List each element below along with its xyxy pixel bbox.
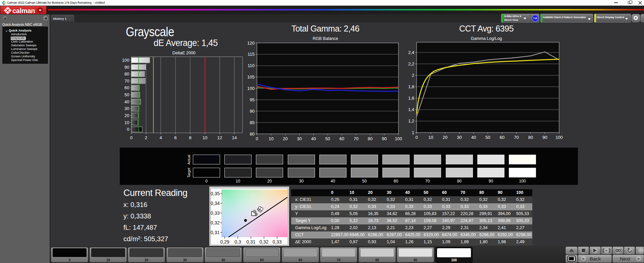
svg-text:90: 90 (382, 136, 387, 141)
svg-text:50: 50 (124, 92, 129, 97)
svg-text:1: 1 (412, 130, 414, 135)
svg-text:50: 50 (325, 136, 330, 141)
svg-text:10: 10 (203, 135, 207, 140)
svg-text:20: 20 (443, 135, 447, 140)
svg-text:10: 10 (124, 120, 129, 125)
svg-text:100: 100 (555, 135, 563, 140)
svg-text:70: 70 (354, 136, 358, 141)
svg-text:0: 0 (415, 135, 418, 140)
svg-text:100: 100 (122, 58, 129, 63)
svg-text:14: 14 (232, 135, 237, 140)
svg-text:10: 10 (269, 136, 273, 141)
svg-text:95: 95 (250, 97, 255, 102)
svg-text:8: 8 (189, 135, 191, 140)
svg-text:110: 110 (248, 63, 255, 68)
svg-text:60: 60 (500, 135, 504, 140)
svg-text:4: 4 (160, 135, 162, 140)
svg-text:0: 0 (256, 136, 258, 141)
svg-text:50: 50 (485, 135, 490, 140)
svg-text:0,32: 0,32 (211, 220, 220, 225)
svg-text:20: 20 (124, 113, 129, 118)
svg-text:40: 40 (311, 136, 316, 141)
svg-text:1,6: 1,6 (408, 96, 414, 101)
svg-text:2,2: 2,2 (408, 61, 414, 66)
svg-text:0,33: 0,33 (272, 239, 281, 245)
svg-text:90: 90 (542, 135, 547, 140)
svg-text:100: 100 (395, 136, 402, 141)
svg-text:80: 80 (124, 71, 129, 76)
svg-text:85: 85 (250, 120, 255, 125)
svg-text:90: 90 (124, 65, 129, 70)
svg-text:1,2: 1,2 (408, 118, 414, 123)
svg-text:120: 120 (247, 41, 255, 46)
svg-text:30: 30 (297, 136, 302, 141)
svg-text:80: 80 (528, 135, 533, 140)
svg-text:0: 0 (127, 127, 129, 132)
svg-text:100: 100 (247, 86, 255, 91)
svg-text:60: 60 (124, 85, 129, 90)
svg-text:80: 80 (250, 132, 255, 137)
svg-text:90: 90 (250, 109, 255, 114)
svg-text:0,33: 0,33 (211, 210, 220, 216)
svg-text:70: 70 (514, 135, 519, 140)
svg-text:0,32: 0,32 (259, 239, 268, 245)
svg-text:60: 60 (339, 136, 344, 141)
svg-text:30: 30 (124, 106, 129, 111)
svg-text:0,31: 0,31 (246, 239, 255, 245)
svg-text:2: 2 (412, 73, 414, 78)
svg-text:30: 30 (457, 135, 462, 140)
svg-text:6: 6 (174, 135, 177, 140)
svg-text:12: 12 (217, 135, 222, 140)
svg-text:0,3: 0,3 (234, 239, 241, 245)
svg-text:40: 40 (124, 99, 129, 104)
svg-text:0: 0 (130, 135, 132, 140)
svg-text:0,35: 0,35 (211, 191, 220, 196)
svg-text:40: 40 (471, 135, 476, 140)
svg-text:2,4: 2,4 (408, 50, 414, 55)
svg-text:115: 115 (248, 52, 255, 57)
svg-text:0,34: 0,34 (211, 201, 220, 206)
svg-text:20: 20 (283, 136, 287, 141)
svg-text:1,4: 1,4 (408, 107, 414, 112)
svg-text:70: 70 (124, 78, 129, 84)
svg-text:0,31: 0,31 (211, 230, 220, 235)
svg-text:1,8: 1,8 (408, 84, 414, 89)
svg-text:105: 105 (247, 74, 255, 80)
svg-text:0,29: 0,29 (220, 239, 229, 245)
svg-text:2: 2 (145, 135, 147, 140)
svg-text:10: 10 (428, 135, 433, 140)
svg-text:80: 80 (368, 136, 372, 141)
